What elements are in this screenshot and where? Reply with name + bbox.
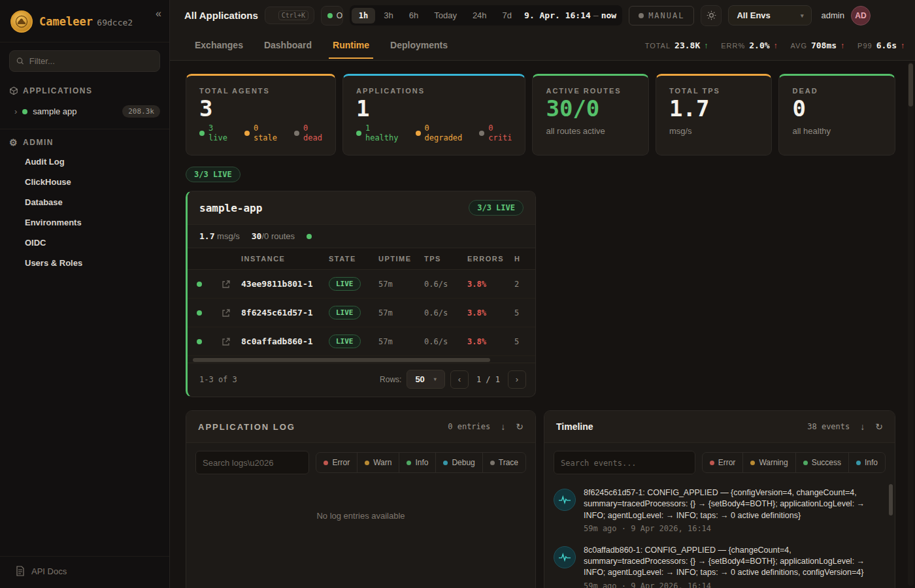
sidebar-filter-input[interactable] <box>29 56 153 66</box>
api-docs-link[interactable]: API Docs <box>0 556 169 588</box>
sidebar-filter-box[interactable] <box>9 50 160 72</box>
timeline-search-box[interactable] <box>554 451 695 474</box>
external-link-icon[interactable] <box>222 337 231 346</box>
card-value: 3 <box>199 97 322 121</box>
sidebar-item-audit-log[interactable]: Audit Log <box>0 152 169 172</box>
filter-info[interactable]: Info <box>848 453 885 472</box>
timeline-panel: Timeline 38 events ↓ ↻ Error Warning Suc… <box>544 410 895 588</box>
manual-refresh-button[interactable]: MANUAL <box>629 6 694 25</box>
tab-runtime[interactable]: Runtime <box>322 32 380 59</box>
filter-error[interactable]: Error <box>316 453 357 472</box>
card-total-tps: TOTAL TPS 1.7 msg/s <box>656 74 773 155</box>
sidebar-item-environments[interactable]: Environments <box>0 212 169 233</box>
date-separator: – <box>591 10 601 20</box>
external-link-icon[interactable] <box>222 308 231 318</box>
state-badge: LIVE <box>329 277 361 291</box>
table-row[interactable]: 8c0affadb860-1 LIVE 57m 0.6/s 3.8% 5 <box>188 327 536 356</box>
environment-select[interactable]: All Envs ▾ <box>728 5 812 25</box>
timeline-panel-header: Timeline 38 events ↓ ↻ <box>544 411 895 443</box>
scrollbar-thumb[interactable] <box>193 358 490 362</box>
prev-page-button[interactable]: ‹ <box>450 370 469 389</box>
event-text: 8c0affadb860-1: CONFIG_APPLIED — {change… <box>584 545 883 579</box>
refresh-icon[interactable]: ↻ <box>875 421 883 432</box>
time-range-6h[interactable]: 6h <box>402 7 425 24</box>
timeline-event-list: 8f6245c61d57-1: CONFIG_APPLIED — {config… <box>544 482 895 588</box>
timeline-event[interactable]: 8f6245c61d57-1: CONFIG_APPLIED — {config… <box>554 487 883 533</box>
card-value: 1.7 <box>669 97 759 121</box>
filter-warn[interactable]: Warn <box>357 453 399 472</box>
event-text: 8f6245c61d57-1: CONFIG_APPLIED — {config… <box>584 487 883 521</box>
sample-app-title: sample-app <box>199 202 262 214</box>
tabs-bar: Exchanges Dashboard Runtime Deployments … <box>170 31 915 61</box>
global-search-box[interactable]: S… Ctrl+K <box>265 7 314 24</box>
tab-dashboard[interactable]: Dashboard <box>254 32 322 59</box>
card-value: 30/0 <box>546 97 635 121</box>
app-item-label: sample app <box>33 106 76 116</box>
horizontal-scrollbar[interactable] <box>193 357 530 363</box>
substat-stale: 0stale <box>244 123 277 143</box>
status-dot <box>356 131 361 136</box>
expand-chevron-icon[interactable]: › <box>14 106 17 116</box>
filter-error[interactable]: Error <box>703 453 743 472</box>
panels-row: APPLICATION LOG 0 entries ↓ ↻ Error Warn… <box>186 410 895 588</box>
col-errors[interactable]: ERRORS <box>467 255 514 263</box>
stat-total-label: TOTAL <box>645 42 671 50</box>
col-uptime[interactable]: UPTIME <box>378 255 424 263</box>
log-search-box[interactable] <box>195 451 309 474</box>
online-status-button[interactable]: O <box>321 6 343 25</box>
filter-trace[interactable]: Trace <box>482 453 525 472</box>
stat-avg-value: 708ms <box>811 41 837 50</box>
app-routes: 30/0 routes <box>252 231 295 241</box>
next-page-button[interactable]: › <box>508 370 526 389</box>
substat-live: 3live <box>199 123 227 143</box>
sidebar-collapse-icon[interactable]: « <box>156 8 161 20</box>
user-avatar[interactable]: AD <box>851 6 871 25</box>
theme-toggle-button[interactable] <box>701 5 722 26</box>
col-instance[interactable]: INSTANCE <box>241 255 329 263</box>
applications-section-label: APPLICATIONS <box>23 86 92 95</box>
time-range-7d[interactable]: 7d <box>495 7 519 24</box>
col-state[interactable]: STATE <box>329 255 378 263</box>
sidebar: Cameleer 69dcce2 « APPLICATIONS › sample… <box>0 0 170 588</box>
scrollbar-thumb[interactable] <box>889 484 893 515</box>
refresh-icon[interactable]: ↻ <box>516 421 524 432</box>
sample-app-header[interactable]: sample-app 3/3 LIVE <box>188 191 535 224</box>
timeline-event[interactable]: 8c0affadb860-1: CONFIG_APPLIED — {change… <box>554 545 883 588</box>
tab-exchanges[interactable]: Exchanges <box>184 32 254 59</box>
scrollbar-thumb[interactable] <box>908 63 913 106</box>
card-dead: DEAD 0 all healthy <box>778 74 895 155</box>
rows-per-page-select[interactable]: 50▾ <box>407 370 444 389</box>
external-link-icon[interactable] <box>222 280 231 289</box>
col-h[interactable]: H <box>514 255 536 263</box>
page-scrollbar[interactable] <box>908 62 914 586</box>
errors-value: 3.8% <box>467 308 514 318</box>
sidebar-item-sample-app[interactable]: › sample app 208.3k <box>0 99 169 123</box>
success-dot <box>803 461 808 465</box>
timeline-search-input[interactable] <box>561 459 688 468</box>
time-range-display[interactable]: 9. Apr. 16:14–now <box>520 10 620 20</box>
log-empty-state: No log entries available <box>186 482 535 521</box>
tab-deployments[interactable]: Deployments <box>380 32 458 59</box>
sidebar-item-clickhouse[interactable]: ClickHouse <box>0 172 169 192</box>
col-tps[interactable]: TPS <box>424 255 467 263</box>
table-row[interactable]: 43ee9811b801-1 LIVE 57m 0.6/s 3.8% 2 <box>188 270 536 299</box>
timeline-scrollbar[interactable] <box>889 484 893 588</box>
time-range-3h[interactable]: 3h <box>376 7 400 24</box>
log-search-input[interactable] <box>203 458 302 468</box>
sidebar-item-users-roles[interactable]: Users & Roles <box>0 253 169 273</box>
card-total-agents: TOTAL AGENTS 3 3live 0stale 0dead <box>186 74 336 155</box>
time-range-24h[interactable]: 24h <box>465 7 494 24</box>
sidebar-item-oidc[interactable]: OIDC <box>0 233 169 253</box>
download-icon[interactable]: ↓ <box>501 421 505 432</box>
table-row[interactable]: 8f6245c61d57-1 LIVE 57m 0.6/s 3.8% 5 <box>188 299 536 327</box>
event-timestamp: 59m ago · 9 Apr 2026, 16:14 <box>584 524 883 533</box>
filter-debug[interactable]: Debug <box>435 453 482 472</box>
time-range-today[interactable]: Today <box>427 7 464 24</box>
download-icon[interactable]: ↓ <box>860 421 865 432</box>
instance-id: 8f6245c61d57-1 <box>241 308 329 318</box>
filter-success[interactable]: Success <box>795 453 848 472</box>
sidebar-item-database[interactable]: Database <box>0 192 169 212</box>
time-range-1h[interactable]: 1h <box>352 8 375 24</box>
filter-warning[interactable]: Warning <box>742 453 795 472</box>
filter-info[interactable]: Info <box>399 453 435 472</box>
